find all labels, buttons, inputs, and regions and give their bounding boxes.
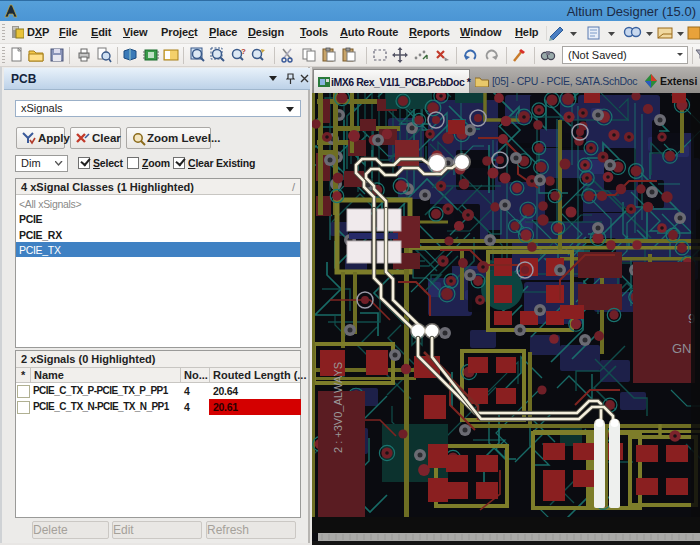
svg-text:?: ?	[241, 47, 246, 56]
svg-text:GN: GN	[672, 341, 692, 356]
svg-text:2 : +3V0_ALWAYS: 2 : +3V0_ALWAYS	[332, 362, 344, 453]
